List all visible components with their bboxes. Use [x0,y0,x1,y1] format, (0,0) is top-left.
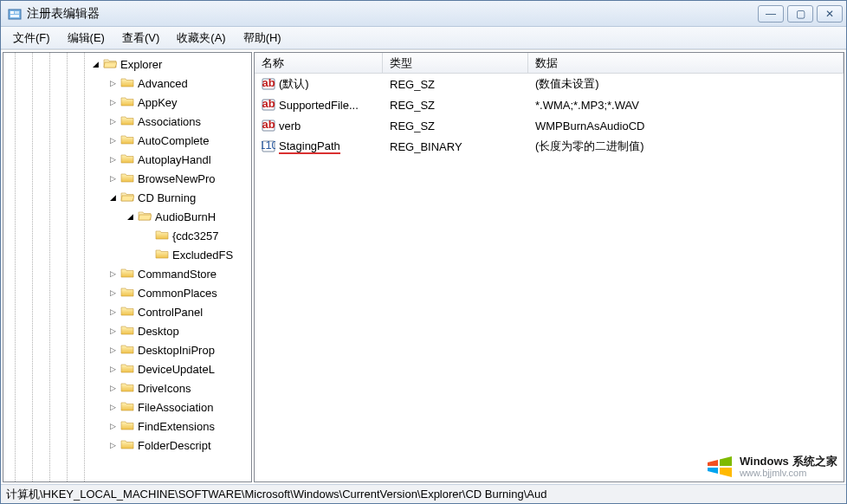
expand-icon[interactable]: ▷ [107,135,119,146]
tree-item[interactable]: ▷FileAssociation [3,397,251,417]
expand-icon[interactable]: ▷ [107,97,119,108]
expand-icon[interactable]: ▷ [107,326,119,337]
column-header-name[interactable]: 名称 [255,53,383,73]
menubar: 文件(F) 编辑(E) 查看(V) 收藏夹(A) 帮助(H) [1,27,846,49]
list-row[interactable]: abSupportedFile...REG_SZ*.WMA;*.MP3;*.WA… [255,94,844,115]
folder-icon [119,133,138,148]
tree-item-label: BrowseNewPro [138,172,216,185]
tree-item-label: Advanced [138,77,188,90]
folder-icon [153,229,172,243]
svg-text:110: 110 [262,139,275,152]
tree-item[interactable]: ◢CD Burning [3,188,251,207]
expand-icon[interactable]: ▷ [107,288,119,299]
folder-icon [119,76,138,91]
folder-icon [119,362,138,377]
list-row[interactable]: ab(默认)REG_SZ(数值未设置) [255,74,844,94]
tree-item-label: FileAssociation [138,401,213,414]
list-row[interactable]: 110StagingPathREG_BINARY(长度为零的二进制值) [255,136,844,157]
tree-item[interactable]: ▷DesktopIniProp [3,340,251,359]
list-pane: 名称 类型 数据 ab(默认)REG_SZ(数值未设置)abSupportedF… [254,52,844,482]
expand-icon[interactable]: ▷ [107,116,119,127]
menu-edit[interactable]: 编辑(E) [59,28,113,48]
svg-rect-0 [9,10,21,19]
menu-help[interactable]: 帮助(H) [235,28,290,48]
folder-icon [136,210,155,224]
expand-icon[interactable]: ▷ [107,173,119,184]
folder-icon [119,286,138,300]
tree-item[interactable]: ▷{cdc3257 [3,226,251,245]
cell-name: 110StagingPath [255,139,383,154]
minimize-button[interactable]: — [758,5,784,23]
expand-icon[interactable]: ▷ [107,345,119,356]
menu-view[interactable]: 查看(V) [113,28,168,48]
tree-item[interactable]: ▷Advanced [3,74,251,93]
svg-rect-2 [15,11,19,14]
tree-item[interactable]: ▷BrowseNewPro [3,169,251,188]
maximize-button[interactable]: ▢ [787,5,813,23]
collapse-icon[interactable]: ◢ [107,192,119,204]
tree-item[interactable]: ▷Desktop [3,321,251,340]
registry-editor-window: 注册表编辑器 — ▢ ✕ 文件(F) 编辑(E) 查看(V) 收藏夹(A) 帮助… [0,0,847,504]
folder-icon [119,381,138,396]
tree-item-label: AutoComplete [138,134,209,147]
collapse-icon[interactable]: ◢ [90,59,101,70]
cell-name: abverb [255,119,383,132]
cell-type: REG_BINARY [383,140,528,153]
tree-item[interactable]: ▷FindExtensions [3,417,251,436]
list-row[interactable]: abverbREG_SZWMPBurnAsAudioCD [255,115,844,136]
tree-item[interactable]: ▷DeviceUpdateL [3,359,251,378]
tree-item[interactable]: ▷AppKey [3,93,251,112]
statusbar: 计算机\HKEY_LOCAL_MACHINE\SOFTWARE\Microsof… [1,484,846,503]
expand-icon[interactable]: ▷ [107,268,119,280]
expand-icon[interactable]: ▷ [107,307,119,318]
svg-rect-1 [10,11,14,14]
tree-item-label: {cdc3257 [172,229,219,242]
expand-icon[interactable]: ▷ [107,383,119,394]
list-header: 名称 类型 数据 [255,53,844,74]
tree-item[interactable]: ▷ExcludedFS [3,245,251,264]
tree-item[interactable]: ▷CommonPlaces [3,283,251,302]
svg-text:ab: ab [262,77,275,89]
expand-icon[interactable]: ▷ [107,364,119,375]
value-name: SupportedFile... [279,99,359,112]
tree-item-label: ExcludedFS [172,249,233,262]
expand-icon[interactable]: ▷ [107,421,119,432]
column-header-data[interactable]: 数据 [528,53,844,73]
expand-icon[interactable]: ▷ [107,402,119,413]
collapse-icon[interactable]: ◢ [125,211,136,223]
tree-item[interactable]: ◢AudioBurnH [3,207,251,226]
titlebar[interactable]: 注册表编辑器 — ▢ ✕ [1,1,846,27]
menu-file[interactable]: 文件(F) [4,28,59,48]
cell-data: (长度为零的二进制值) [528,139,844,154]
tree-item-label: CommandStore [138,268,217,281]
tree-item-label: FolderDescript [138,439,211,452]
list-body[interactable]: ab(默认)REG_SZ(数值未设置)abSupportedFile...REG… [255,74,844,481]
tree-item[interactable]: ▷AutoplayHandl [3,150,251,169]
tree-item[interactable]: ◢Explorer [3,55,251,74]
tree-item[interactable]: ▷Associations [3,112,251,131]
expand-icon[interactable]: ▷ [107,440,119,451]
tree-item[interactable]: ▷CommandStore [3,264,251,283]
tree-item[interactable]: ▷AutoComplete [3,131,251,150]
svg-text:ab: ab [262,119,275,131]
menu-favorites[interactable]: 收藏夹(A) [168,28,234,48]
folder-icon [119,191,138,205]
expand-icon[interactable]: ▷ [107,78,119,89]
column-header-type[interactable]: 类型 [383,53,528,73]
tree-item[interactable]: ▷DriveIcons [3,378,251,397]
client-area: ◢Explorer▷Advanced▷AppKey▷Associations▷A… [1,49,846,484]
expand-icon[interactable]: ▷ [107,154,119,165]
folder-icon [119,324,138,339]
tree-item[interactable]: ▷FolderDescript [3,436,251,455]
tree-pane[interactable]: ◢Explorer▷Advanced▷AppKey▷Associations▷A… [3,52,252,482]
folder-icon [119,171,138,186]
tree-item-label: DeviceUpdateL [138,363,215,376]
tree-item-label: ControlPanel [138,306,203,319]
tree-item-label: CD Burning [138,191,196,204]
cell-name: ab(默认) [255,76,383,92]
cell-type: REG_SZ [383,120,528,132]
value-name: verb [279,120,301,132]
tree-item[interactable]: ▷ControlPanel [3,302,251,321]
close-button[interactable]: ✕ [817,5,843,23]
tree-item-label: AudioBurnH [155,210,216,223]
